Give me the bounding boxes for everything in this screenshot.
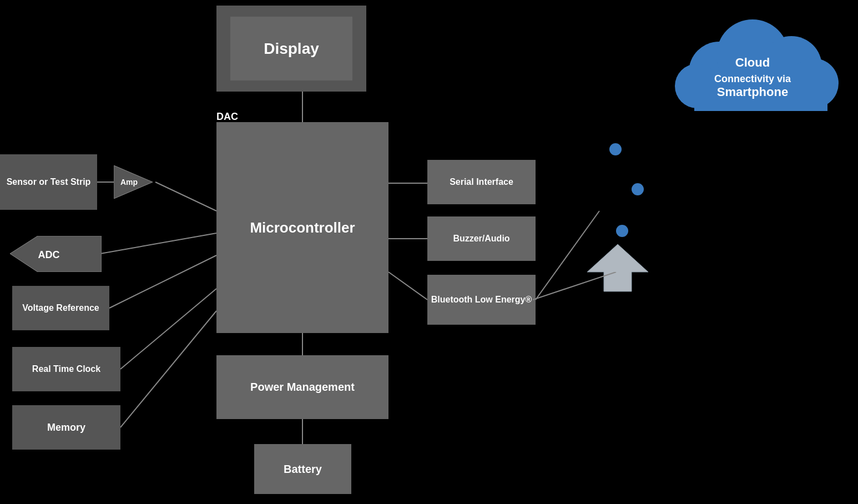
display-block: Display xyxy=(230,17,352,80)
memory-block: Memory xyxy=(12,405,120,450)
svg-line-3 xyxy=(109,255,216,308)
microcontroller-label: Microcontroller xyxy=(250,219,355,236)
bluetooth-label: Bluetooth Low Energy® xyxy=(431,295,532,305)
svg-line-4 xyxy=(120,289,216,369)
buzzer-audio-label: Buzzer/Audio xyxy=(453,234,509,244)
adc-arrow: ADC xyxy=(10,236,102,272)
dot-2 xyxy=(632,183,644,195)
sensor-strip-label: Sensor or Test Strip xyxy=(7,177,91,187)
svg-text:Cloud: Cloud xyxy=(735,56,770,69)
battery-label: Battery xyxy=(284,463,322,476)
sensor-strip-block: Sensor or Test Strip xyxy=(0,154,97,210)
rtc-label: Real Time Clock xyxy=(32,364,100,374)
ble-to-cloud-line xyxy=(533,272,622,316)
svg-line-27 xyxy=(533,272,616,300)
rtc-block: Real Time Clock xyxy=(12,347,120,391)
battery-block: Battery xyxy=(254,444,351,494)
bluetooth-block: Bluetooth Low Energy® xyxy=(427,275,536,325)
voltage-reference-block: Voltage Reference xyxy=(12,286,109,330)
power-management-label: Power Management xyxy=(250,381,355,394)
buzzer-audio-block: Buzzer/Audio xyxy=(427,216,536,261)
svg-text:Amp: Amp xyxy=(120,178,138,187)
display-label: Display xyxy=(264,40,319,58)
svg-text:ADC: ADC xyxy=(38,249,60,260)
microcontroller-block: Microcontroller xyxy=(216,122,388,333)
svg-line-1 xyxy=(155,182,216,211)
serial-interface-label: Serial Interface xyxy=(450,177,513,187)
amp-arrow: Amp xyxy=(114,165,158,199)
svg-text:Connectivity via: Connectivity via xyxy=(714,73,791,84)
svg-line-2 xyxy=(97,233,216,254)
svg-line-8 xyxy=(388,272,427,300)
dac-label: DAC xyxy=(216,111,238,123)
cloud-shape: Cloud Connectivity via Smartphone xyxy=(664,6,841,117)
dot-3 xyxy=(616,225,628,237)
serial-interface-block: Serial Interface xyxy=(427,160,536,204)
dot-1 xyxy=(609,143,622,155)
svg-text:Smartphone: Smartphone xyxy=(717,85,788,99)
svg-line-5 xyxy=(120,311,216,427)
memory-label: Memory xyxy=(47,422,85,434)
power-management-block: Power Management xyxy=(216,355,388,419)
display-outer: Display xyxy=(216,6,366,92)
voltage-reference-label: Voltage Reference xyxy=(22,303,99,313)
